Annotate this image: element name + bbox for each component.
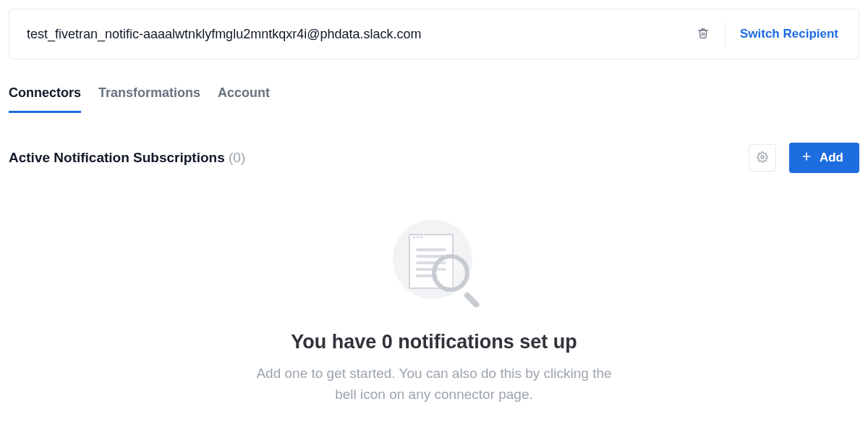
tab-transformations[interactable]: Transformations: [98, 80, 200, 113]
switch-recipient-link[interactable]: Switch Recipient: [737, 27, 841, 41]
empty-subtext: Add one to get started. You can also do …: [246, 363, 622, 405]
empty-heading: You have 0 notifications set up: [291, 331, 577, 353]
divider: [725, 22, 726, 46]
settings-button[interactable]: [749, 144, 776, 172]
trash-icon: [697, 27, 709, 42]
add-button[interactable]: Add: [789, 143, 859, 173]
subscription-count: (0): [229, 150, 245, 165]
empty-state: You have 0 notifications set up Add one …: [9, 219, 859, 405]
delete-recipient-button[interactable]: [693, 24, 713, 44]
svg-point-0: [761, 156, 764, 159]
search-document-icon: [387, 219, 481, 314]
tab-account[interactable]: Account: [218, 80, 270, 113]
gear-icon: [757, 151, 768, 165]
section-actions: Add: [749, 143, 859, 173]
section-header: Active Notification Subscriptions (0) Ad…: [9, 143, 859, 173]
recipient-email: test_fivetran_notific-aaaalwtnklyfmglu2m…: [27, 27, 681, 42]
tabs: Connectors Transformations Account: [9, 80, 859, 114]
section-title: Active Notification Subscriptions (0): [9, 150, 245, 166]
section-title-text: Active Notification Subscriptions: [9, 150, 225, 165]
plus-icon: [801, 151, 812, 166]
tab-connectors[interactable]: Connectors: [9, 80, 81, 113]
recipient-card: test_fivetran_notific-aaaalwtnklyfmglu2m…: [9, 9, 859, 59]
add-button-label: Add: [820, 151, 843, 165]
